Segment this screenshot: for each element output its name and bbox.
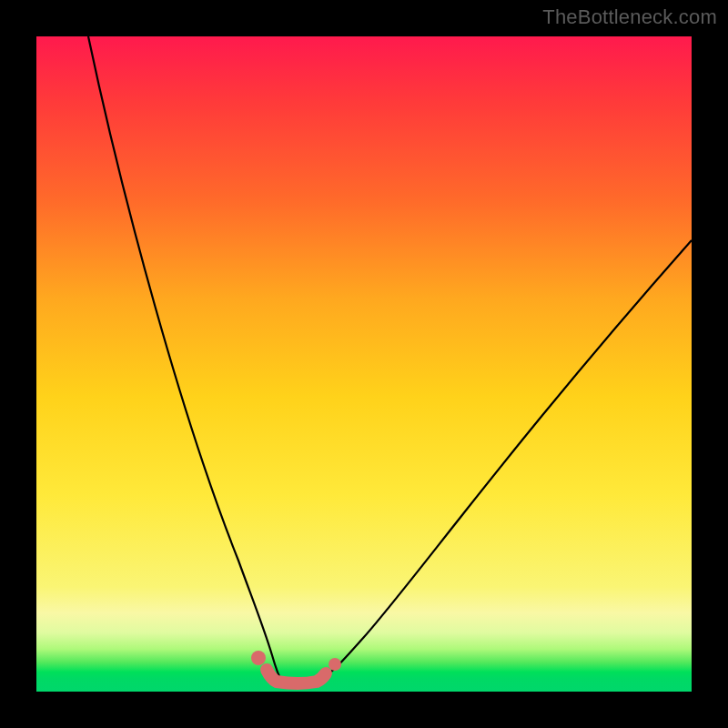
curve-layer: [36, 36, 692, 692]
bottleneck-curve-right: [325, 240, 692, 676]
plot-area: [36, 36, 692, 692]
watermark-text: TheBottleneck.com: [542, 5, 717, 29]
highlight-marker-left-start: [251, 651, 266, 665]
bottleneck-curve-left: [88, 36, 282, 682]
chart-frame: TheBottleneck.com: [0, 0, 728, 728]
highlight-bottom-segment: [267, 670, 326, 683]
highlight-marker-right-end: [329, 658, 341, 671]
